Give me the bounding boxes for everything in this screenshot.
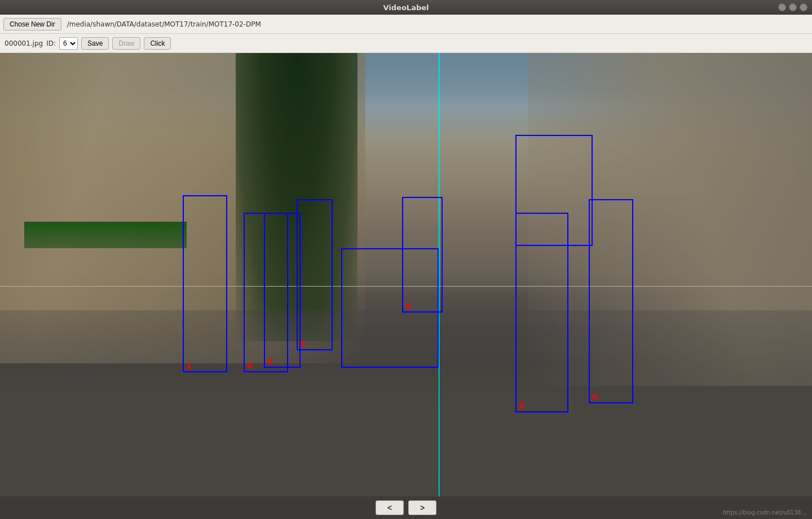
- bbox-person-2[interactable]: 2: [264, 213, 301, 368]
- toolbar-row1: Chose New Dir /media/shawn/DATA/dataset/…: [0, 15, 812, 34]
- minimize-btn[interactable]: [778, 3, 786, 11]
- bbox-label-0: 0: [247, 361, 253, 370]
- canvas-area[interactable]: 0123456: [0, 53, 812, 496]
- bbox-person-6[interactable]: 6: [589, 199, 633, 403]
- toolbar-row2: 000001.jpg ID: 6 1 2 3 4 5 Save Draw Cli…: [0, 34, 812, 53]
- save-button[interactable]: Save: [81, 37, 109, 50]
- next-frame-button[interactable]: >: [408, 500, 436, 515]
- id-label: ID:: [46, 39, 56, 47]
- bbox-person-1[interactable]: 1: [183, 195, 227, 372]
- titlebar: VideoLabel: [0, 0, 812, 15]
- window-controls: [778, 3, 807, 11]
- app-title: VideoLabel: [383, 3, 429, 12]
- draw-button[interactable]: Draw: [112, 37, 140, 50]
- nav-bar: < > https://blog.csdn.net/u0138...: [0, 496, 812, 519]
- bbox-large-0[interactable]: [341, 248, 439, 368]
- bbox-label-1: 1: [186, 361, 192, 370]
- scene: 0123456: [0, 53, 812, 496]
- bbox-person-3[interactable]: 3: [297, 199, 333, 350]
- bbox-label-6: 6: [592, 392, 598, 401]
- filename-label: 000001.jpg: [5, 39, 43, 47]
- id-select[interactable]: 6 1 2 3 4 5: [59, 37, 78, 50]
- bbox-label-2: 2: [267, 357, 273, 366]
- bbox-label-5: 5: [519, 401, 524, 410]
- close-btn[interactable]: [800, 3, 807, 11]
- chose-new-dir-button[interactable]: Chose New Dir: [3, 18, 61, 30]
- click-button[interactable]: Click: [144, 37, 171, 50]
- maximize-btn[interactable]: [789, 3, 797, 11]
- prev-frame-button[interactable]: <: [376, 500, 404, 515]
- watermark: https://blog.csdn.net/u0138...: [723, 509, 806, 516]
- directory-path: /media/shawn/DATA/dataset/MOT17/train/MO…: [65, 19, 263, 29]
- bbox-label-3: 3: [300, 339, 306, 348]
- bbox-large-1[interactable]: [515, 135, 593, 246]
